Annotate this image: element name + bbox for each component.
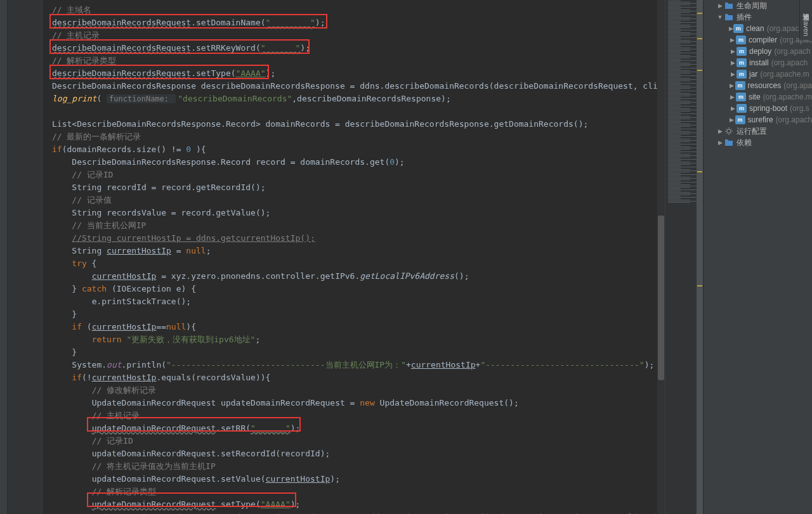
string-literal: "______" xyxy=(261,43,301,53)
code-token: String recordsValue = record.getValue(); xyxy=(72,208,270,217)
number: 0 xyxy=(186,145,191,154)
code-token: } xyxy=(72,284,82,293)
folder-icon xyxy=(724,138,734,148)
code-token: ; xyxy=(206,246,211,255)
tab-maven[interactable]: Maven xyxy=(802,11,810,40)
code-token: (domainRecords.size() != xyxy=(62,145,187,154)
code-token: ); xyxy=(291,499,301,509)
string-literal: "更新失败，没有获取到ipv6地址" xyxy=(126,335,255,344)
code-token: DescribeDomainRecordsResponse.Record rec… xyxy=(72,157,390,167)
tree-item-label: spring-boot xyxy=(749,104,787,113)
code-editor[interactable]: // 主域名 describeDomainRecordsRequest.setD… xyxy=(8,0,665,514)
sidebar-item-spring-boot[interactable]: ▶mspring-boot(org.s xyxy=(704,103,812,114)
tree-item-label: clean xyxy=(746,24,764,33)
expand-arrow-icon[interactable]: ▶ xyxy=(729,25,733,32)
maven-plugin-icon: m xyxy=(737,46,747,56)
string-literal: "______" xyxy=(251,423,291,433)
string-literal: "describeDomainRecords" xyxy=(178,94,292,103)
sidebar-item-compiler[interactable]: ▶mcompiler(org.apac xyxy=(704,34,812,46)
code-token: ); xyxy=(395,157,405,167)
sidebar-item-surefire[interactable]: ▶msurefire(org.apach xyxy=(704,114,812,125)
code-token: describeDomainRecordsRequest xyxy=(52,68,191,78)
comment: // 记录ID xyxy=(72,170,113,179)
code-token: .println( xyxy=(122,360,166,369)
tree-item-hint: (org.apach xyxy=(776,115,812,124)
tree-item-hint: (org.apach xyxy=(771,58,808,67)
code-token: updateDomainRecordRequest xyxy=(92,499,216,509)
code-token: ( xyxy=(82,322,92,331)
tree-item-label: 生命周期 xyxy=(737,1,767,11)
expand-arrow-icon[interactable]: ▶ xyxy=(729,105,737,112)
sidebar-item-site[interactable]: ▶msite(org.apache.m xyxy=(704,91,812,103)
code-token: (! xyxy=(82,373,92,382)
code-token: getLocalIPv6Address xyxy=(360,271,454,281)
keyword: return xyxy=(92,335,127,344)
expand-arrow-icon[interactable]: ▶ xyxy=(729,71,737,77)
sidebar-item-生命周期[interactable]: ▶生命周期 xyxy=(704,0,812,11)
sidebar-item-install[interactable]: ▶minstall(org.apach xyxy=(704,57,812,68)
left-tool-column xyxy=(0,0,8,514)
code-token: describeDomainRecordsRequest xyxy=(52,43,191,53)
maven-plugin-icon: m xyxy=(735,115,745,125)
sidebar-item-运行配置[interactable]: ▶运行配置 xyxy=(704,125,812,137)
code-content[interactable]: // 主域名 describeDomainRecordsRequest.setD… xyxy=(52,4,665,514)
tree-item-label: 依赖 xyxy=(737,138,752,148)
expand-arrow-icon[interactable]: ▶ xyxy=(729,37,736,43)
expand-arrow-icon[interactable]: ▼ xyxy=(716,14,724,20)
sidebar-item-deploy[interactable]: ▶mdeploy(org.apach xyxy=(704,46,812,57)
sidebar-item-clean[interactable]: ▶mclean(org.apache.) xyxy=(704,23,812,34)
keyword: if xyxy=(72,322,82,331)
code-token: ); xyxy=(266,68,276,78)
tree-item-hint: (org.apache.m xyxy=(763,93,812,101)
tree-item-label: site xyxy=(749,93,761,101)
number: 0 xyxy=(390,157,395,167)
code-token: .equals(recordsValue)){ xyxy=(156,373,270,382)
comment: // 记录值 xyxy=(72,195,111,205)
maven-plugin-icon: m xyxy=(733,23,743,34)
tab-notify[interactable]: 通知 xyxy=(801,4,811,11)
code-token: { xyxy=(87,259,97,268)
sidebar-item-依赖[interactable]: ▶依赖 xyxy=(704,137,812,148)
code-token: ( xyxy=(96,94,107,103)
code-token: ); xyxy=(315,18,325,27)
code-token: currentHostIp xyxy=(266,474,331,484)
sidebar-item-jar[interactable]: ▶mjar(org.apache.m xyxy=(704,68,812,80)
expand-arrow-icon[interactable]: ▶ xyxy=(716,3,724,9)
expand-arrow-icon[interactable]: ▶ xyxy=(729,60,737,66)
comment: // 解析记录类型 xyxy=(92,487,156,496)
param-hint: functionName: xyxy=(107,94,176,103)
expand-arrow-icon[interactable]: ▶ xyxy=(716,139,724,146)
expand-arrow-icon[interactable]: ▶ xyxy=(729,117,735,123)
code-token: .setRR( xyxy=(216,423,251,433)
code-token: } xyxy=(72,347,77,357)
string-literal: "________" xyxy=(266,18,315,27)
code-token: UpdateDomainRecordRequest(); xyxy=(375,398,519,408)
code-token: == xyxy=(156,322,166,331)
comment: // 记录ID xyxy=(92,436,133,446)
expand-arrow-icon[interactable]: ▶ xyxy=(729,82,735,89)
maven-plugin-icon: m xyxy=(737,69,747,79)
maven-sidebar[interactable]: ▶生命周期▼插件▶mclean(org.apache.)▶mcompiler(o… xyxy=(703,0,812,514)
code-token: currentHostIp xyxy=(92,373,157,382)
code-token: ; xyxy=(255,335,260,344)
expand-arrow-icon[interactable]: ▶ xyxy=(729,48,737,55)
code-token: (); xyxy=(454,271,469,281)
expand-arrow-icon[interactable]: ▶ xyxy=(729,94,736,100)
code-token: List<DescribeDomainRecordsResponse.Recor… xyxy=(52,119,588,129)
tree-item-label: jar xyxy=(749,70,757,79)
code-token: ); xyxy=(645,360,655,369)
tree-item-label: deploy xyxy=(749,47,771,56)
sidebar-item-resources[interactable]: ▶mresources(org.apa xyxy=(704,80,812,91)
code-token: .setType( xyxy=(191,68,235,78)
code-token: currentHostIp xyxy=(411,360,476,369)
string-literal: "-------------------------------当前主机公网IP… xyxy=(166,360,406,369)
code-token: currentHostIp xyxy=(92,271,157,281)
comment: // 主机记录 xyxy=(52,30,100,40)
code-token: currentHostIp xyxy=(92,322,157,331)
expand-arrow-icon[interactable]: ▶ xyxy=(716,128,724,134)
maven-plugin-icon: m xyxy=(736,92,746,102)
code-token: ){ xyxy=(191,145,206,154)
sidebar-item-插件[interactable]: ▼插件 xyxy=(704,11,812,23)
minimap[interactable]: document.write(Array.from({length:160}).… xyxy=(665,0,703,514)
editor-scrollbar[interactable] xyxy=(657,0,665,514)
